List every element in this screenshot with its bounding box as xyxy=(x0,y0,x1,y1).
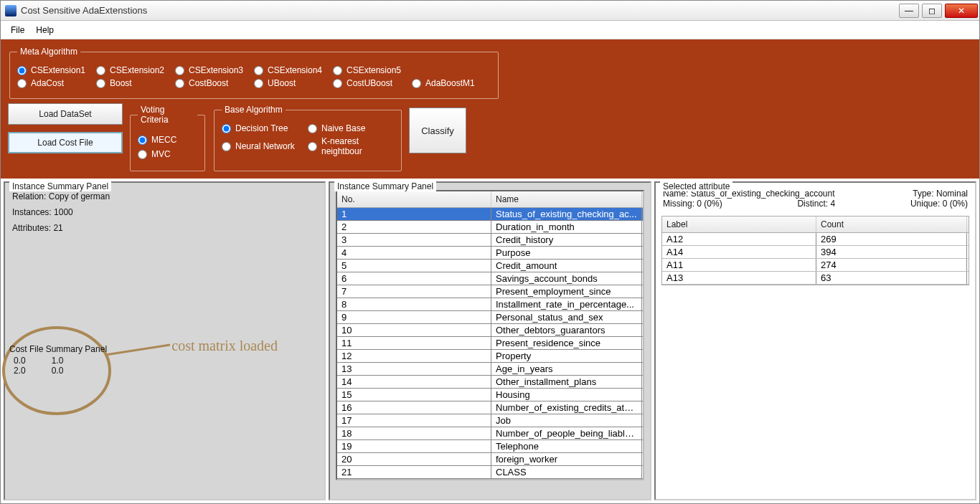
close-button[interactable]: ✕ xyxy=(945,4,978,18)
mecc-radio[interactable]: MECC xyxy=(138,135,197,145)
selected-attribute-panel: Selected attribute Name: Status_of_exist… xyxy=(654,181,976,500)
classify-button[interactable]: Classify xyxy=(409,108,466,153)
table-row[interactable]: 11Present_residence_since xyxy=(337,337,643,350)
table-row[interactable]: 20foreign_worker xyxy=(337,453,643,466)
instances-value: 1000 xyxy=(54,207,73,217)
load-dataset-button[interactable]: Load DataSet xyxy=(8,103,123,125)
svg-line-1 xyxy=(105,345,170,355)
table-row[interactable]: A12269 xyxy=(662,233,969,246)
table-row[interactable]: 18Number_of_people_being_liable... xyxy=(337,427,643,440)
attr-unique-value: 0 (0%) xyxy=(943,199,968,209)
minimize-button[interactable]: — xyxy=(899,4,919,18)
adaboostm1-radio[interactable]: AdaBoostM1 xyxy=(412,78,491,88)
attr-type-value: Nominal xyxy=(936,189,968,199)
window-title: Cost Sensitive AdaExtenstions xyxy=(21,5,897,16)
app-window: Cost Sensitive AdaExtenstions — ◻ ✕ File… xyxy=(0,0,980,504)
cost-file-summary: Cost File Summary Panel 0.01.02.00.0 xyxy=(9,344,107,377)
column-header[interactable]: Label xyxy=(662,217,816,232)
k-nearest-neightbour-radio[interactable]: K-nearest neightbour xyxy=(308,136,394,156)
table-row[interactable]: 15Housing xyxy=(337,389,643,401)
cost-cell: 2.0 xyxy=(14,366,26,376)
cost-cell: 0.0 xyxy=(14,356,26,366)
csextension5-radio[interactable]: CSExtension5 xyxy=(333,65,412,75)
table-row[interactable]: 17Job xyxy=(337,414,643,427)
csextension2-radio[interactable]: CSExtension2 xyxy=(96,65,175,75)
right-panel-title: Selected attribute xyxy=(660,181,732,191)
neural-network-radio[interactable]: Neural Network xyxy=(222,136,308,156)
costuboost-radio[interactable]: CostUBoost xyxy=(333,78,412,88)
table-row[interactable]: 4Purpose xyxy=(337,247,643,260)
column-header[interactable]: Count xyxy=(816,217,967,232)
attributes-label: Attributes: xyxy=(12,223,51,233)
boost-radio[interactable]: Boost xyxy=(96,78,175,88)
relation-value: Copy of german xyxy=(49,191,110,201)
titlebar[interactable]: Cost Sensitive AdaExtenstions — ◻ ✕ xyxy=(1,1,979,21)
voting-legend: Voting Criteria xyxy=(138,105,197,125)
relation-label: Relation: xyxy=(12,191,46,201)
attr-missing-label: Missing: xyxy=(663,199,694,209)
csextension1-radio[interactable]: CSExtension1 xyxy=(17,65,96,75)
mvc-radio[interactable]: MVC xyxy=(138,149,197,159)
attr-missing-value: 0 (0%) xyxy=(697,199,722,209)
table-row[interactable]: A11274 xyxy=(662,259,969,272)
maximize-button[interactable]: ◻ xyxy=(922,4,942,18)
base-algorithm-group: Base Algorithm Decision TreeNaive Base N… xyxy=(214,105,402,171)
attributes-value: 21 xyxy=(53,223,62,233)
csextension4-radio[interactable]: CSExtension4 xyxy=(254,65,333,75)
table-row[interactable]: 3Credit_history xyxy=(337,234,643,247)
uboost-radio[interactable]: UBoost xyxy=(254,78,333,88)
basealg-legend: Base Algorithm xyxy=(222,105,286,115)
column-header[interactable]: Name xyxy=(491,191,642,207)
attr-type-label: Type: xyxy=(913,189,933,199)
left-panel-title: Instance Summary Panel xyxy=(9,181,111,191)
menu-file[interactable]: File xyxy=(5,22,30,38)
meta-algorithm-group: Meta Algorithm CSExtension1CSExtension2C… xyxy=(9,47,499,99)
naive-base-radio[interactable]: Naive Base xyxy=(308,123,394,133)
attr-unique-label: Unique: xyxy=(910,199,940,209)
attributes-table[interactable]: No.Name 1Status_of_existing_checking_ac.… xyxy=(336,190,644,480)
table-row[interactable]: 21CLASS xyxy=(337,466,643,479)
java-icon xyxy=(5,5,17,16)
menubar: File Help xyxy=(1,21,979,39)
table-row[interactable]: 12Property xyxy=(337,350,643,363)
csextension3-radio[interactable]: CSExtension3 xyxy=(175,65,254,75)
controls-panel: Meta Algorithm CSExtension1CSExtension2C… xyxy=(1,39,979,179)
table-row[interactable]: 8Installment_rate_in_percentage... xyxy=(337,298,643,311)
table-row[interactable]: 14Other_installment_plans xyxy=(337,376,643,389)
attribute-values-table[interactable]: LabelCount A12269A14394A11274A1363 xyxy=(661,216,969,285)
decision-tree-radio[interactable]: Decision Tree xyxy=(222,123,308,133)
costfile-title: Cost File Summary Panel xyxy=(9,344,107,354)
table-row[interactable]: 13Age_in_years xyxy=(337,363,643,376)
main-area: Instance Summary Panel Relation: Copy of… xyxy=(1,179,979,503)
instance-summary-mid: Instance Summary Panel No.Name 1Status_o… xyxy=(329,181,651,500)
instance-summary-left: Instance Summary Panel Relation: Copy of… xyxy=(4,181,326,500)
meta-legend: Meta Algorithm xyxy=(17,47,80,57)
annotation-text: cost matrix loaded xyxy=(171,338,278,354)
voting-criteria-group: Voting Criteria MECCMVC xyxy=(130,105,205,171)
table-row[interactable]: 19Telephone xyxy=(337,440,643,453)
table-row[interactable]: A14394 xyxy=(662,246,969,259)
cost-cell: 1.0 xyxy=(52,356,64,366)
table-row[interactable]: 10Other_debtors_guarantors xyxy=(337,324,643,337)
instances-label: Instances: xyxy=(12,207,52,217)
attr-distinct-label: Distinct: xyxy=(797,199,828,209)
table-row[interactable]: 1Status_of_existing_checking_ac... xyxy=(337,208,643,221)
table-row[interactable]: 16Number_of_existing_credits_at_... xyxy=(337,401,643,414)
attr-distinct-value: 4 xyxy=(830,199,835,209)
adacost-radio[interactable]: AdaCost xyxy=(17,78,96,88)
table-row[interactable]: 7Present_employment_since xyxy=(337,285,643,298)
table-row[interactable]: 2Duration_in_month xyxy=(337,221,643,234)
table-row[interactable]: 9Personal_status_and_sex xyxy=(337,311,643,324)
table-row[interactable]: A1363 xyxy=(662,272,969,285)
menu-help[interactable]: Help xyxy=(30,22,60,38)
table-row[interactable]: 5Credit_amount xyxy=(337,260,643,272)
cost-cell: 0.0 xyxy=(52,366,64,376)
mid-panel-title: Instance Summary Panel xyxy=(334,181,436,191)
load-costfile-button[interactable]: Load Cost File xyxy=(8,132,123,153)
table-row[interactable]: 6Savings_account_bonds xyxy=(337,272,643,285)
costboost-radio[interactable]: CostBoost xyxy=(175,78,254,88)
column-header[interactable]: No. xyxy=(337,191,491,207)
